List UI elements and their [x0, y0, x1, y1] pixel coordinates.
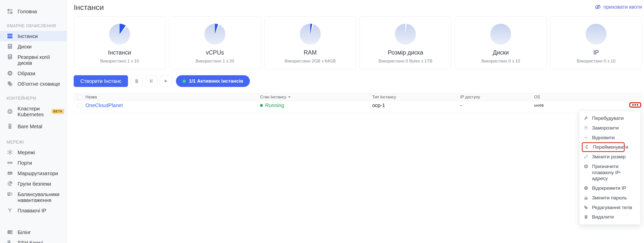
networks-icon: [7, 149, 13, 156]
quota-card-subtitle: Використано 0 Bytes з 1TB: [379, 59, 432, 64]
row-checkbox[interactable]: [78, 103, 82, 108]
sidebar-item-label: Порти: [18, 160, 32, 166]
context-menu-item-label: Відокремити IP: [592, 185, 626, 191]
start-selected-button[interactable]: [160, 75, 172, 87]
active-status-dot: [183, 80, 186, 83]
sidebar-item-label: Кластери Kubernetes: [18, 105, 47, 118]
sidebar-item-routers[interactable]: Маршрутизатори: [0, 168, 67, 178]
context-menu-item-label: Перейменувати: [593, 144, 628, 150]
security-groups-icon: [7, 180, 13, 187]
instance-type: ocp-1: [372, 103, 460, 108]
sidebar-item-load-balancer[interactable]: Балансувальники навантаження: [0, 189, 67, 205]
column-header-ip: IP доступу: [460, 95, 534, 99]
instances-icon: [7, 33, 13, 39]
quota-card: Розмір дискаВикористано 0 Bytes з 1TB: [359, 16, 451, 70]
quota-card-subtitle: Використано 1 з 10: [100, 59, 139, 64]
context-menu-item-delete-trash[interactable]: Видалити: [579, 212, 640, 222]
sidebar-item-label: Образи: [18, 70, 35, 76]
quota-cards-row: ІнстансиВикористано 1 з 10vCPUsВикориста…: [74, 16, 642, 70]
context-menu-item-rename-cursor[interactable]: Перейменувати: [582, 142, 625, 152]
sidebar-item-disk[interactable]: Диски: [0, 41, 67, 52]
context-menu-item-detach-ip-minus[interactable]: Відокремити IP: [579, 183, 640, 193]
quota-pie-chart: [109, 24, 130, 45]
active-instances-button[interactable]: 1/1 Активних інстансів: [176, 75, 250, 87]
sidebar-item-ssh-keys[interactable]: SSH Ключі: [0, 237, 67, 243]
column-header-os: OS: [534, 95, 642, 99]
context-menu-item-assign-ip-plus[interactable]: Призначити плаваючу IP-адресу: [579, 162, 640, 183]
sidebar-item-label: Диски: [18, 43, 32, 50]
sidebar-section-header: КОНТЕЙНЕРИ: [0, 94, 67, 103]
main-header: Інстанси приховати квоти: [74, 3, 642, 12]
sidebar-item-images[interactable]: Образи: [0, 68, 67, 79]
context-menu-item-label: Редагування тегів: [592, 204, 632, 211]
sidebar-nav: ГоловнаХМАРНЕ ОБЧИСЛЕННЯІнстансиДискиРез…: [0, 6, 67, 243]
images-icon: [7, 70, 13, 76]
delete-selected-button[interactable]: [131, 75, 143, 87]
create-instance-button[interactable]: Створити Інстанс: [74, 75, 128, 87]
instances-table: Назва Стан Інстансу Тип Інстансу IP дост…: [74, 93, 642, 113]
sidebar-section: ХМАРНЕ ОБЧИСЛЕННЯІнстансиДискиРезервні к…: [0, 22, 67, 89]
sidebar-item-home-grid[interactable]: Головна: [0, 6, 67, 17]
sidebar-item-disk-backup[interactable]: Резервні копії дисків: [0, 52, 67, 68]
sidebar-item-label: Плаваючі IP: [18, 207, 46, 214]
instance-ip: -: [460, 103, 534, 108]
sidebar-item-ports[interactable]: Порти: [0, 158, 67, 168]
quota-card-title: Інстанси: [108, 49, 131, 56]
resize-arrow-icon: [583, 154, 589, 159]
quota-card-title: IP: [593, 49, 599, 56]
sidebar-item-kubernetes[interactable]: Кластери KubernetesBETA: [0, 103, 67, 120]
select-all-checkbox[interactable]: [78, 95, 82, 99]
context-menu-item-shelve-arrow-up[interactable]: Заморозити: [579, 123, 640, 133]
table-header-row: Назва Стан Інстансу Тип Інстансу IP дост…: [74, 93, 642, 101]
sidebar-item-billing[interactable]: Білінг: [0, 227, 67, 237]
pause-selected-button[interactable]: [145, 75, 157, 87]
instance-name-link[interactable]: OneCloudPlanet: [85, 103, 123, 108]
sidebar-item-security-groups[interactable]: Групи безпеки: [0, 178, 67, 189]
row-actions-menu-button[interactable]: [630, 103, 640, 107]
quota-pie-chart: [490, 24, 511, 45]
hide-quotas-link[interactable]: приховати квоти: [595, 4, 642, 10]
sidebar-item-label: Інстанси: [18, 33, 38, 39]
sidebar-item-floating-ip[interactable]: Плаваючі IP: [0, 205, 67, 216]
context-menu-item-password-lock[interactable]: Змінити пароль: [579, 193, 640, 203]
sidebar-item-instances[interactable]: Інстанси: [0, 31, 67, 41]
context-menu-item-restore-crosshair[interactable]: Відновити: [579, 133, 640, 143]
sidebar-item-object-storage[interactable]: Об'єктне сховище: [0, 79, 67, 89]
home-grid-icon: [7, 8, 13, 15]
sidebar-item-label: Резервні копії дисків: [18, 54, 64, 66]
context-menu-item-label: Відновити: [592, 135, 615, 141]
sidebar-item-bare-metal[interactable]: Bare Metal: [0, 120, 67, 133]
running-status-dot: [260, 104, 263, 107]
sidebar-item-label: Мережі: [18, 149, 35, 156]
sidebar-section: МЕРЕЖІМережіПортиМаршрутизаториГрупи без…: [0, 138, 67, 216]
kubernetes-icon: [7, 108, 13, 115]
toolbar: Створити Інстанс 1/1 Активних інстансів: [74, 75, 642, 87]
sidebar-item-label: Білінг: [18, 229, 31, 235]
page-title: Інстанси: [74, 3, 104, 12]
column-header-state[interactable]: Стан Інстансу: [260, 95, 372, 99]
context-menu-item-tags[interactable]: Редагування тегів: [579, 203, 640, 212]
play-icon: [163, 78, 169, 84]
ellipsis-icon: [632, 104, 638, 106]
context-menu-item-label: Змінити пароль: [592, 195, 627, 201]
quota-card-title: Розмір диска: [388, 49, 423, 56]
sidebar-section-header: МЕРЕЖІ: [0, 138, 67, 147]
sidebar-item-label: Bare Metal: [18, 123, 42, 130]
eye-off-icon: [595, 4, 601, 10]
tags-icon: [583, 205, 589, 210]
quota-card-subtitle: Використано 1 з 20: [196, 59, 234, 64]
quota-pie-chart: [395, 24, 416, 45]
quota-card-subtitle: Використано 2GB з 64GB: [285, 59, 336, 64]
load-balancer-icon: [7, 191, 13, 197]
column-header-type: Тип Інстансу: [372, 95, 460, 99]
ssh-keys-icon: [7, 239, 13, 243]
context-menu-item-resize-arrow[interactable]: Змінити розмір: [579, 152, 640, 162]
table-row: OneCloudPlanet Running ocp-1 - cirrOS: [74, 101, 642, 113]
sidebar-item-label: Маршрутизатори: [18, 170, 58, 176]
column-header-name: Назва: [85, 95, 260, 99]
context-menu-item-rebuild-wrench[interactable]: Перебудувати: [579, 113, 640, 123]
billing-icon: [7, 229, 13, 235]
floating-ip-icon: [7, 207, 13, 214]
sidebar-section: КОНТЕЙНЕРИКластери KubernetesBETABare Me…: [0, 94, 67, 133]
sidebar-item-networks[interactable]: Мережі: [0, 147, 67, 158]
